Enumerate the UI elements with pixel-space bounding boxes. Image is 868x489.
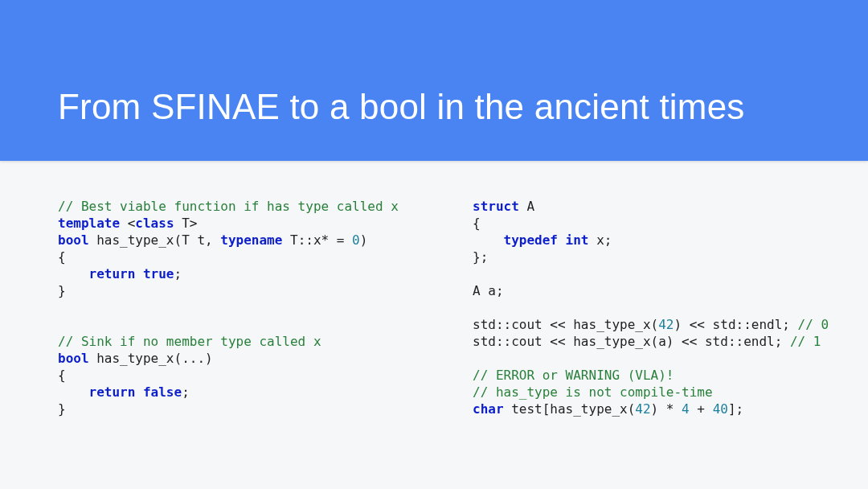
code-keyword: char <box>473 401 504 417</box>
code-number: 42 <box>635 401 650 417</box>
code-text: < <box>128 216 136 231</box>
code-text: { <box>58 368 66 383</box>
code-column-left: // Best viable function if has type call… <box>58 198 428 417</box>
slide-header: From SFINAE to a bool in the ancient tim… <box>0 0 868 161</box>
code-text: { <box>58 249 66 265</box>
code-comment: // 0 <box>798 317 829 332</box>
code-keyword: class <box>135 216 174 231</box>
code-indent <box>58 266 89 281</box>
code-keyword: bool <box>58 351 89 366</box>
code-text: ) << std::endl; <box>674 317 797 332</box>
code-keyword: struct <box>473 199 519 214</box>
slide-title: From SFINAE to a bool in the ancient tim… <box>58 87 745 127</box>
code-keyword: return false <box>89 384 182 400</box>
code-column-right: struct A { typedef int x; }; A a; std::c… <box>473 198 829 417</box>
code-keyword: return true <box>89 266 174 281</box>
code-text: } <box>58 283 66 298</box>
code-number: 0 <box>352 232 360 248</box>
code-text: ; <box>174 266 182 281</box>
code-text: ) <box>360 232 368 248</box>
code-text: } <box>58 401 66 417</box>
code-text: + <box>690 401 713 417</box>
code-keyword: template <box>58 216 128 231</box>
code-number: 4 <box>682 401 690 417</box>
code-keyword: bool <box>58 232 89 248</box>
code-comment: // Sink if no member type called x <box>58 334 321 349</box>
code-comment: // ERROR or WARNING (VLA)! <box>473 368 674 383</box>
code-comment: // has_type is not compile-time <box>473 384 713 400</box>
code-comment: // Best viable function if has type call… <box>58 199 399 214</box>
code-keyword: typedef int <box>504 232 589 248</box>
slide-body: // Best viable function if has type call… <box>0 161 868 417</box>
code-text: test[has_type_x( <box>504 401 636 417</box>
code-text: std::cout << has_type_x(a) << std::endl; <box>473 334 790 349</box>
code-text: ; <box>182 384 190 400</box>
code-text: std::cout << has_type_x( <box>473 317 658 332</box>
code-number: 42 <box>658 317 674 332</box>
code-text: { <box>473 216 481 231</box>
code-text: x; <box>589 232 612 248</box>
code-text: ]; <box>728 401 743 417</box>
code-text: A a; <box>473 283 504 298</box>
code-number: 40 <box>713 401 728 417</box>
code-comment: // 1 <box>790 334 821 349</box>
code-keyword: typename <box>220 232 282 248</box>
code-indent <box>473 232 504 248</box>
code-text: ) * <box>651 401 682 417</box>
code-text: T> <box>174 216 198 231</box>
code-text: T::x* = <box>282 232 352 248</box>
code-text: A <box>519 199 534 214</box>
code-text: }; <box>473 249 488 265</box>
code-indent <box>58 384 89 400</box>
code-text: has_type_x(T t, <box>89 232 221 248</box>
code-text: has_type_x(...) <box>89 351 213 366</box>
